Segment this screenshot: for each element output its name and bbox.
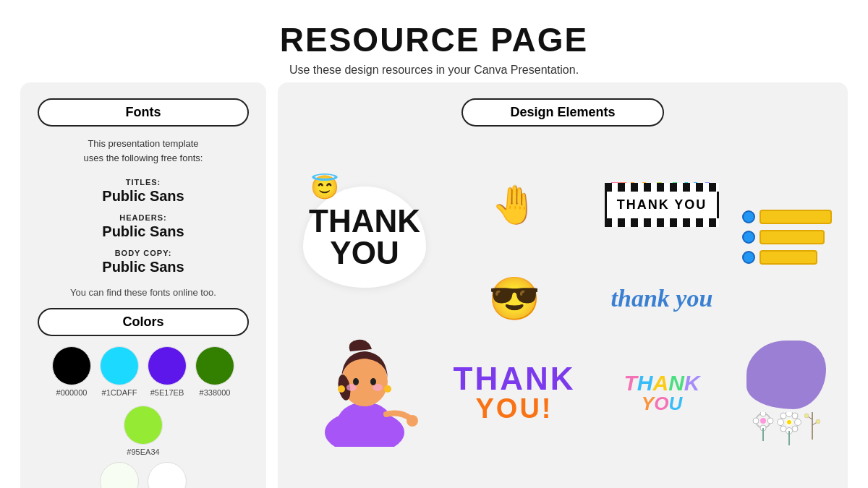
- retro-thankyou-cell: THANK YOU: [592, 372, 732, 414]
- color-swatches: #000000 #1CDAFF #5E17EB #338000 #95EA34: [38, 346, 249, 456]
- svg-point-1: [407, 415, 418, 427]
- svg-point-16: [760, 418, 766, 424]
- flower-2: [777, 412, 801, 445]
- right-panel: Design Elements 😇 THANKYOU 🤚 THANK YOU: [278, 82, 848, 488]
- bar-rect-2: [760, 230, 825, 244]
- girl-illustration: [307, 338, 422, 447]
- design-elements-badge: Design Elements: [461, 98, 664, 127]
- flower-3: [804, 412, 820, 440]
- wave-emoji: 🤚: [491, 183, 538, 227]
- cursive-thankyou-text: thank you: [611, 285, 713, 312]
- main-content: Fonts This presentation templateuses the…: [0, 82, 868, 488]
- design-elements-grid: 😇 THANKYOU 🤚 THANK YOU: [292, 147, 833, 488]
- svg-point-24: [792, 413, 798, 419]
- svg-point-23: [780, 413, 786, 419]
- color-hex-lime: #95EA34: [127, 448, 159, 456]
- cloud-bg: 😇 THANKYOU: [303, 187, 426, 288]
- wave-emoji-cell: 🤚: [444, 183, 584, 227]
- purple-blob: [746, 341, 826, 409]
- swatch-lime: #95EA34: [124, 406, 163, 456]
- color-circle-purple: [148, 346, 187, 385]
- swatch-green: #338000: [195, 346, 234, 397]
- bar-row-2: [742, 230, 833, 244]
- font-intro: This presentation templateuses the follo…: [84, 137, 203, 165]
- svg-point-25: [780, 426, 786, 432]
- swatch-cyan: #1CDAFF: [100, 346, 139, 397]
- retro-O: O: [654, 393, 668, 414]
- film-strip-cell: THANK YOU: [592, 189, 732, 221]
- right-bottom-cell: [739, 341, 833, 445]
- svg-point-9: [338, 385, 345, 393]
- color-circle-white: [148, 462, 187, 488]
- retro-K: K: [684, 371, 700, 395]
- page-subtitle: Use these design resources in your Canva…: [280, 64, 588, 77]
- retro-N: N: [668, 371, 684, 395]
- bar-dot-2: [742, 231, 755, 244]
- flower-1: [752, 412, 774, 441]
- titles-font-row: TITLES: Public Sans: [102, 175, 184, 205]
- color-swatches-row2: #F7FDF2 #FFFFFF: [38, 462, 249, 488]
- titles-label: TITLES:: [126, 178, 161, 187]
- headers-label: HEADERS:: [119, 213, 166, 222]
- svg-point-15: [767, 418, 773, 424]
- bar-rect-1: [760, 210, 832, 224]
- swatch-white: #FFFFFF: [148, 462, 187, 488]
- bars-element: [739, 210, 833, 265]
- headers-font-row: HEADERS: Public Sans: [102, 210, 184, 240]
- color-hex-cyan: #1CDAFF: [102, 388, 137, 397]
- bar-dot-1: [742, 210, 755, 223]
- big-you-text: YOU!: [476, 395, 553, 422]
- svg-point-12: [760, 412, 766, 416]
- bar-rect-3: [760, 250, 817, 265]
- film-box: THANK YOU: [605, 189, 720, 221]
- fonts-badge: Fonts: [38, 98, 249, 127]
- cursive-thankyou-cell: thank you: [592, 285, 732, 312]
- swatch-offwhite: #F7FDF2: [100, 462, 139, 488]
- svg-point-8: [370, 378, 376, 385]
- color-hex-green: #338000: [200, 388, 231, 397]
- retro-H: H: [637, 371, 653, 395]
- svg-point-34: [816, 419, 820, 424]
- svg-point-14: [753, 418, 759, 424]
- retro-A: A: [652, 371, 668, 395]
- body-label: BODY COPY:: [115, 249, 172, 257]
- svg-point-22: [795, 419, 801, 425]
- big-thank-text: THANK: [454, 363, 576, 395]
- font-note: You can find these fonts online too.: [70, 287, 216, 298]
- svg-point-10: [384, 385, 391, 393]
- colors-badge: Colors: [38, 308, 249, 336]
- sunglasses-emoji: 😎: [488, 274, 540, 323]
- cloud-text: THANKYOU: [309, 205, 420, 269]
- body-font-value: Public Sans: [102, 259, 184, 275]
- bar-dot-3: [742, 251, 755, 264]
- left-panel: Fonts This presentation templateuses the…: [20, 82, 266, 488]
- svg-point-7: [353, 378, 359, 385]
- angel-emoji: 😇: [310, 174, 339, 201]
- headers-font-value: Public Sans: [102, 223, 184, 240]
- retro-thankyou: THANK YOU: [624, 372, 699, 414]
- page-header: RESOURCE PAGE Use these design resources…: [280, 0, 588, 82]
- swatch-black: #000000: [52, 346, 91, 397]
- bar-row-1: [742, 210, 833, 224]
- page-title: RESOURCE PAGE: [280, 20, 588, 59]
- big-thankyou-cell: THANK YOU!: [444, 363, 584, 422]
- bar-row-3: [742, 250, 833, 265]
- color-circle-black: [52, 346, 91, 385]
- film-thank-you-text: THANK YOU: [617, 197, 707, 212]
- color-hex-black: #000000: [56, 388, 88, 397]
- color-circle-green: [195, 346, 234, 385]
- girl-illustration-cell: [292, 338, 437, 447]
- retro-line1: THANK: [624, 372, 699, 395]
- swatch-purple: #5E17EB: [148, 346, 187, 397]
- svg-point-21: [778, 419, 784, 425]
- color-circle-cyan: [100, 346, 139, 385]
- body-font-row: BODY COPY: Public Sans: [102, 246, 184, 275]
- sunglasses-emoji-cell: 😎: [444, 274, 584, 323]
- svg-point-19: [786, 412, 793, 417]
- color-circle-offwhite: [100, 462, 139, 488]
- retro-U: U: [668, 393, 682, 414]
- colors-section: Colors #000000 #1CDAFF #5E17EB #338000: [38, 308, 249, 488]
- flowers-group: [752, 412, 820, 445]
- svg-point-33: [804, 414, 809, 418]
- color-circle-lime: [124, 406, 163, 445]
